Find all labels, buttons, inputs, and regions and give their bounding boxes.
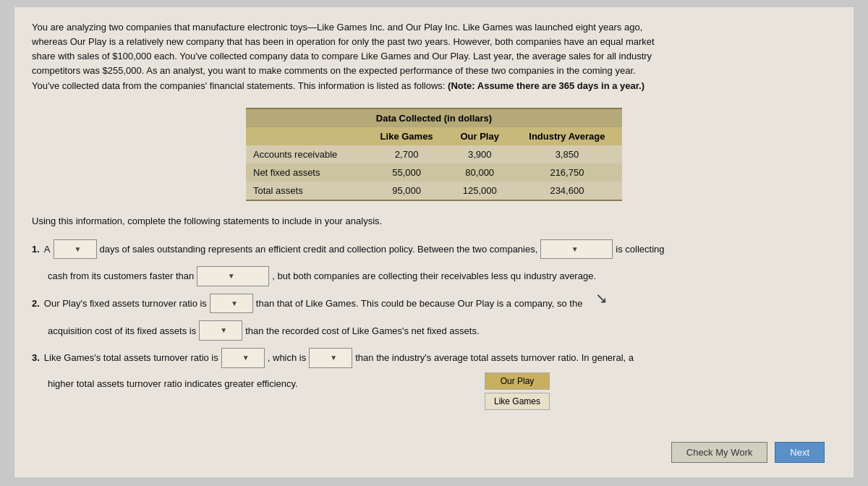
col-header-our-play: Our Play [448, 127, 512, 145]
chevron-down-icon: ▼ [231, 297, 238, 310]
s2-dropdown-b[interactable]: ▼ [199, 320, 242, 341]
s2-dropdown-a[interactable]: ▼ [210, 294, 253, 314]
s1-text-a: A [44, 241, 51, 257]
s1-text-d: cash from its customers faster than [48, 268, 194, 284]
chevron-down-icon: ▼ [220, 324, 227, 337]
chevron-down-icon: ▼ [571, 243, 579, 256]
row3-industry: 234,600 [512, 182, 622, 200]
statement-3-line2: higher total assets turnover ratio indic… [32, 375, 836, 392]
s1-text-f: industry average. [524, 268, 596, 284]
statements-section: 1. A ▼ days of sales outstanding represe… [32, 239, 836, 392]
row1-label: Accounts receivable [246, 145, 366, 163]
s3-text-c: than the industry's average total assets… [355, 349, 634, 366]
intro-line3: share with sales of $100,000 each. You'v… [32, 51, 652, 61]
s1-text-b: days of sales outstanding represents an … [100, 241, 538, 257]
statement-2-line2: acquisition cost of its fixed assets is … [32, 320, 836, 341]
row3-our-play: 125,000 [448, 182, 512, 200]
data-table: Like Games Our Play Industry Average Acc… [246, 127, 622, 201]
row1-industry: 3,850 [512, 145, 622, 163]
intro-line4: competitors was $255,000. As an analyst,… [32, 65, 636, 76]
statement-1: 1. A ▼ days of sales outstanding represe… [32, 239, 836, 260]
s1-dropdown-a[interactable]: ▼ [54, 239, 97, 260]
row2-industry: 216,750 [512, 163, 622, 182]
s2-dropdown-a-value [213, 296, 228, 312]
s3-text-a: Like Games's total assets turnover ratio… [44, 349, 218, 366]
row1-like-games: 2,700 [366, 145, 448, 163]
intro-line5: You've collected data from the companies… [32, 80, 448, 91]
table-title: Data Collected (in dollars) [246, 108, 622, 127]
data-table-section: Data Collected (in dollars) Like Games O… [246, 108, 622, 201]
tooltip-option-2[interactable]: Like Games [485, 393, 550, 410]
s3-dropdown-a[interactable]: ▼ [221, 348, 265, 368]
s3-dropdown-b[interactable]: ▼ [309, 348, 352, 368]
col-header-industry: Industry Average [512, 127, 622, 145]
s2-text-d: acquisition cost of its fixed assets is [48, 323, 196, 339]
intro-line1: You are analyzing two companies that man… [32, 22, 642, 33]
check-my-work-button[interactable]: Check My Work [671, 442, 768, 463]
statement-3-num: 3. [32, 349, 40, 366]
s1-dropdown-a-value [57, 242, 72, 257]
s1-text-c: is collecting [616, 241, 664, 257]
s1-text-e: , but both companies are collecting thei… [272, 268, 521, 284]
s2-text-c: company, so the [514, 295, 582, 312]
main-page: You are analyzing two companies that man… [14, 7, 854, 477]
row1-our-play: 3,900 [448, 145, 512, 163]
statement-1-num: 1. [32, 241, 40, 257]
statement-2: 2. Our Play's fixed assets turnover rati… [32, 294, 836, 314]
s1-dropdown-b-value [544, 242, 568, 257]
s2-dropdown-b-value [203, 323, 217, 338]
s1-dropdown-b[interactable]: ▼ [540, 239, 613, 260]
table-row: Accounts receivable 2,700 3,900 3,850 [246, 145, 622, 163]
next-button[interactable]: Next [775, 442, 825, 463]
tooltip-option-1[interactable]: Our Play [485, 372, 550, 390]
intro-line2: whereas Our Play is a relatively new com… [32, 36, 655, 47]
s3-text-d: higher total assets turnover ratio indic… [48, 375, 298, 392]
statement-3: 3. Like Games's total assets turnover ra… [32, 348, 836, 368]
chevron-down-icon: ▼ [330, 351, 337, 364]
chevron-down-icon: ▼ [228, 270, 235, 283]
table-header-row: Like Games Our Play Industry Average [246, 127, 622, 145]
tooltip-dropdown: Our Play Like Games [485, 372, 550, 410]
chevron-down-icon: ▼ [75, 243, 82, 256]
intro-paragraph: You are analyzing two companies that man… [32, 20, 836, 93]
s1-dropdown-c-value [200, 268, 224, 284]
s1-dropdown-c[interactable]: ▼ [197, 266, 269, 286]
analysis-intro: Using this information, complete the fol… [32, 216, 836, 226]
cursor-icon: ↘ [595, 289, 608, 307]
s3-dropdown-a-value [225, 350, 239, 366]
table-row: Total assets 95,000 125,000 234,600 [246, 182, 622, 200]
chevron-down-icon: ▼ [242, 351, 250, 364]
s3-dropdown-b-value [312, 350, 327, 366]
s2-text-e: than the recorded cost of Like Games's n… [245, 323, 479, 339]
row2-label: Net fixed assets [246, 163, 366, 182]
s3-text-b: , which is [268, 349, 306, 366]
statement-1-line2: cash from its customers faster than ▼ , … [32, 266, 836, 286]
intro-note: (Note: Assume there are 365 days in a ye… [448, 80, 644, 91]
row3-like-games: 95,000 [366, 182, 448, 200]
row3-label: Total assets [246, 182, 366, 200]
col-header-like-games: Like Games [366, 127, 448, 145]
row2-like-games: 55,000 [366, 163, 448, 182]
bottom-buttons: Check My Work Next [671, 442, 825, 463]
row2-our-play: 80,000 [448, 163, 512, 182]
s2-text-a: Our Play's fixed assets turnover ratio i… [44, 295, 207, 312]
table-row: Net fixed assets 55,000 80,000 216,750 [246, 163, 622, 182]
statement-2-num: 2. [32, 295, 40, 312]
s2-text-b: than that of Like Games. This could be b… [256, 295, 511, 312]
col-header-label [246, 127, 366, 145]
